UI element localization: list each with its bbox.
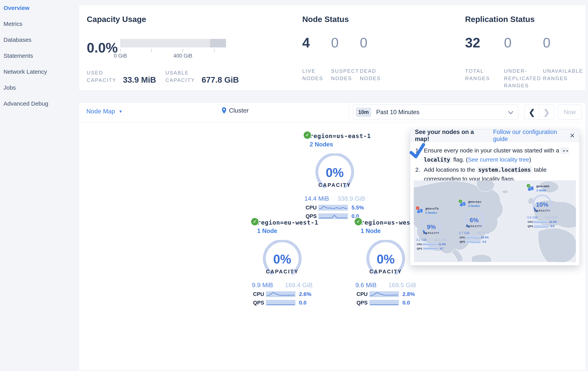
nodes-count-link[interactable]: 2 Nodes xyxy=(425,211,437,215)
usable-capacity-value: 65.7 GiB xyxy=(477,231,489,235)
cpu-value: 2.6% xyxy=(299,291,311,297)
cpu-label: CPU xyxy=(305,205,318,211)
sidebar-item-metrics[interactable]: Metrics xyxy=(0,16,79,32)
qps-value: 0.0 xyxy=(551,225,554,228)
view-mode-label: Node Map xyxy=(86,108,115,115)
qps-label: QPS xyxy=(417,247,423,250)
nodes-count-link[interactable]: 1 Node xyxy=(257,227,277,235)
replication-status-stat: 32TOTAL RANGES xyxy=(465,36,504,89)
sidebar-item-network-latency[interactable]: Network Latency xyxy=(0,64,79,80)
replication-status-value: 32 xyxy=(465,36,504,50)
capacity-tick xyxy=(120,49,121,52)
status-ok-badge: ✓ xyxy=(526,184,531,188)
sidebar-item-advanced-debug[interactable]: Advanced Debug xyxy=(0,96,79,112)
capacity-meter-reserved-segment xyxy=(210,39,226,47)
status-ok-badge: ✓ xyxy=(251,217,259,226)
usable-capacity-value: 34.4 GiB xyxy=(545,216,557,219)
capacity-tick-label: 400 GiB xyxy=(173,53,192,59)
view-mode-dropdown[interactable]: Node Map ▾ xyxy=(86,108,122,115)
qps-label: QPS xyxy=(253,300,266,306)
capacity-label: CAPACITY xyxy=(421,232,442,235)
node-locality-group: ✓region=us-west-11 Node0%CAPACITY9.6 MiB… xyxy=(354,219,418,306)
locality-label: geo=nyc xyxy=(468,200,482,203)
capacity-percent: 0% xyxy=(261,252,304,266)
node-map-toolbar: Node Map ▾ Cluster 10m Past 10 Minutes ❮… xyxy=(79,103,586,122)
replication-status-value: 0 xyxy=(504,36,543,50)
replication-status-label: UNAVAILABLE RANGES xyxy=(543,67,582,82)
cpu-value: 42.5% xyxy=(481,236,489,239)
used-capacity-value: 9.6 MiB xyxy=(355,282,376,289)
used-capacity-label: USED CAPACITY xyxy=(87,69,122,84)
usable-capacity-value: 677.8 GiB xyxy=(201,75,239,85)
qps-sparkline xyxy=(318,213,348,219)
node-status-label: LIVE NODES xyxy=(302,67,331,82)
capacity-label: CAPACITY xyxy=(463,225,485,228)
capacity-label: CAPACITY xyxy=(532,209,553,212)
qps-metric-row: QPS0.0 xyxy=(460,240,489,243)
capacity-tick xyxy=(214,49,215,52)
usable-capacity-label: USABLE CAPACITY xyxy=(165,69,200,84)
replication-status-title: Replication Status xyxy=(465,15,582,24)
qps-metric-row: QPS4.7 xyxy=(417,247,446,250)
node-map-panel: Node Map ▾ Cluster 10m Past 10 Minutes ❮… xyxy=(79,103,586,371)
capacity-gauge: 0%CAPACITY xyxy=(261,240,304,279)
capacity-gauge: 10%CAPACITY xyxy=(532,195,553,214)
replication-status-label: TOTAL RANGES xyxy=(465,67,504,82)
cpu-metric-row: CPU2.8% xyxy=(357,291,415,297)
example-node-groups: 1geo=sfo2 Nodes9%CAPACITY3.2 GiB35.1 GiB… xyxy=(414,180,576,262)
nodes-count-link[interactable]: 2 Nodes xyxy=(468,204,480,208)
capacity-minmax: 9.6 MiB169.5 GiB xyxy=(355,282,416,289)
node-status-stat: 0SUSPECT NODES xyxy=(331,36,360,82)
time-next-button[interactable]: ❯ xyxy=(539,105,554,120)
locality-label: region=us-east-1 xyxy=(310,133,371,139)
capacity-minmax: 3.6 GiB34.4 GiB xyxy=(527,216,557,219)
qps-label: QPS xyxy=(460,240,466,243)
nodes-count-link[interactable]: 1 Node xyxy=(361,227,381,235)
capacity-label: CAPACITY xyxy=(364,269,407,275)
cluster-summary-panel: Capacity Usage 0.0% 0 GiB 400 GiB USED C… xyxy=(79,5,586,90)
popup-header: See your nodes on a map! Follow our conf… xyxy=(410,130,579,142)
node-group-header: ✓region=us-west-11 Node xyxy=(354,219,418,235)
capacity-percent: 0% xyxy=(313,165,356,180)
sidebar-item-databases[interactable]: Databases xyxy=(0,32,79,48)
sidebar-nav: OverviewMetricsDatabasesStatementsNetwor… xyxy=(0,0,79,371)
close-icon[interactable]: × xyxy=(570,131,575,140)
cpu-metric-row: CPU11.0% xyxy=(417,243,446,246)
nodes-count-link[interactable]: 2 Nodes xyxy=(310,141,333,148)
time-prev-button[interactable]: ❮ xyxy=(525,105,539,120)
sidebar-item-overview[interactable]: Overview xyxy=(0,0,79,16)
usable-capacity-value: 338.9 GiB xyxy=(337,195,365,202)
qps-label: QPS xyxy=(528,225,534,228)
step-text: Ensure every node in your cluster was st… xyxy=(424,146,574,164)
cpu-sparkline xyxy=(318,205,348,211)
qps-metric-row: QPS0.0 xyxy=(357,300,415,306)
node-status-section: Node Status 4LIVE NODES0SUSPECT NODES0DE… xyxy=(302,15,389,82)
nodes-count-link[interactable]: 1 Node xyxy=(536,189,546,192)
cpu-metric-row: CPU42.5% xyxy=(460,236,489,239)
capacity-minmax: 9.9 MiB169.4 GiB xyxy=(252,282,313,289)
locality-label: region=eu-west-1 xyxy=(257,219,318,226)
sidebar-item-statements[interactable]: Statements xyxy=(0,48,79,64)
cpu-value: 12.3% xyxy=(549,220,557,224)
node-status-stat: 0DEAD NODES xyxy=(360,36,389,82)
status-ok-badge: ✓ xyxy=(303,131,312,139)
node-status-value: 0 xyxy=(360,36,389,50)
node-locality-group: 1geo=sfo2 Nodes9%CAPACITY3.2 GiB35.1 GiB… xyxy=(415,207,447,250)
time-range-badge: 10m xyxy=(356,108,371,117)
cpu-metric-row: CPU2.6% xyxy=(253,291,311,297)
qps-value: 4.7 xyxy=(440,247,443,250)
time-now-button[interactable]: Now xyxy=(558,105,582,120)
qps-value: 0.0 xyxy=(483,240,486,243)
locality-tree-link[interactable]: See current locality tree xyxy=(468,156,529,163)
sidebar-item-jobs[interactable]: Jobs xyxy=(0,80,79,96)
setup-step: 1.Ensure every node in your cluster was … xyxy=(415,146,574,164)
capacity-meter: 0 GiB 400 GiB xyxy=(120,36,226,60)
configuration-guide-link[interactable]: Follow our configuration guide xyxy=(493,129,570,143)
node-group-titles: geo=sfo2 Nodes xyxy=(425,207,439,215)
usable-capacity-value: 169.4 GiB xyxy=(285,282,313,289)
breadcrumb[interactable]: Cluster xyxy=(221,107,249,114)
node-group-header: ✓region=us-east-12 Nodes xyxy=(303,133,367,148)
time-range-select[interactable]: 10m Past 10 Minutes xyxy=(353,105,518,120)
node-status-value: 0 xyxy=(331,36,360,50)
capacity-gauge: 0%CAPACITY xyxy=(364,240,407,279)
